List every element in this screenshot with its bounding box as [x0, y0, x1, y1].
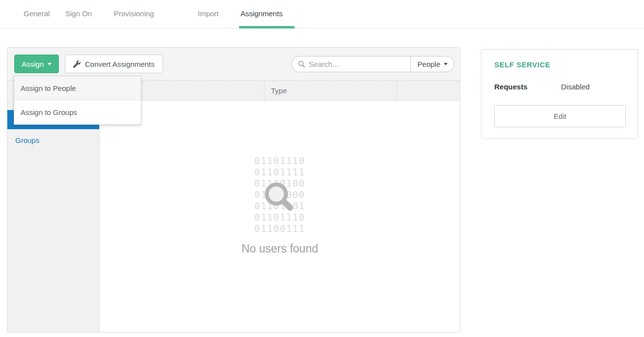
empty-state: 01101110 01101111 01110100 01101000 0110…: [100, 155, 460, 255]
tab-assignments[interactable]: Assignments: [241, 9, 283, 18]
requests-value: Disabled: [561, 83, 590, 91]
binary-line: 01100111: [100, 223, 460, 234]
assignments-content: 01101110 01101111 01110100 01101000 0110…: [100, 101, 460, 332]
menu-item-assign-to-groups[interactable]: Assign to Groups: [14, 100, 141, 124]
tab-import[interactable]: Import: [198, 9, 219, 18]
menu-item-assign-to-people[interactable]: Assign to People: [14, 76, 141, 100]
tabbar-divider: [0, 28, 644, 28]
active-tab-underline: [239, 26, 295, 28]
assign-button[interactable]: Assign: [14, 55, 59, 73]
filter-sidebar: People Groups: [7, 101, 100, 332]
magnifier-icon: [263, 181, 296, 218]
binary-line: 01101110: [100, 155, 460, 167]
assignments-body: People Groups 01101110 01101111 01110100…: [7, 101, 460, 332]
chevron-down-icon: [48, 63, 52, 65]
tab-sign-on[interactable]: Sign On: [65, 9, 92, 18]
search-scope-label: People: [417, 60, 440, 68]
search-group: People: [292, 56, 455, 72]
wrench-icon: [73, 60, 80, 68]
search-icon: [298, 60, 305, 68]
binary-line: 01101111: [100, 167, 460, 178]
convert-assignments-button[interactable]: Convert Assignments: [65, 55, 163, 73]
requests-label: Requests: [494, 83, 528, 91]
search-scope-dropdown[interactable]: People: [410, 56, 455, 72]
search-input[interactable]: [309, 60, 397, 68]
convert-assignments-label: Convert Assignments: [85, 60, 155, 68]
self-service-heading: SELF SERVICE: [494, 60, 550, 69]
tab-provisioning[interactable]: Provisioning: [114, 9, 154, 18]
search-box: [292, 56, 410, 72]
empty-state-message: No users found: [100, 242, 460, 255]
edit-button[interactable]: Edit: [494, 105, 626, 127]
self-service-panel: SELF SERVICE Requests Disabled Edit: [481, 49, 638, 139]
tab-general[interactable]: General: [24, 9, 50, 18]
sidebar-item-groups[interactable]: Groups: [7, 132, 99, 149]
app-tab-bar: General Sign On Provisioning Import Assi…: [0, 0, 644, 28]
column-header-type[interactable]: Type: [264, 81, 397, 100]
assign-button-label: Assign: [22, 60, 44, 68]
assign-dropdown-menu: Assign to People Assign to Groups: [14, 76, 141, 125]
chevron-down-icon: [444, 63, 448, 65]
column-header-actions: [397, 81, 460, 100]
